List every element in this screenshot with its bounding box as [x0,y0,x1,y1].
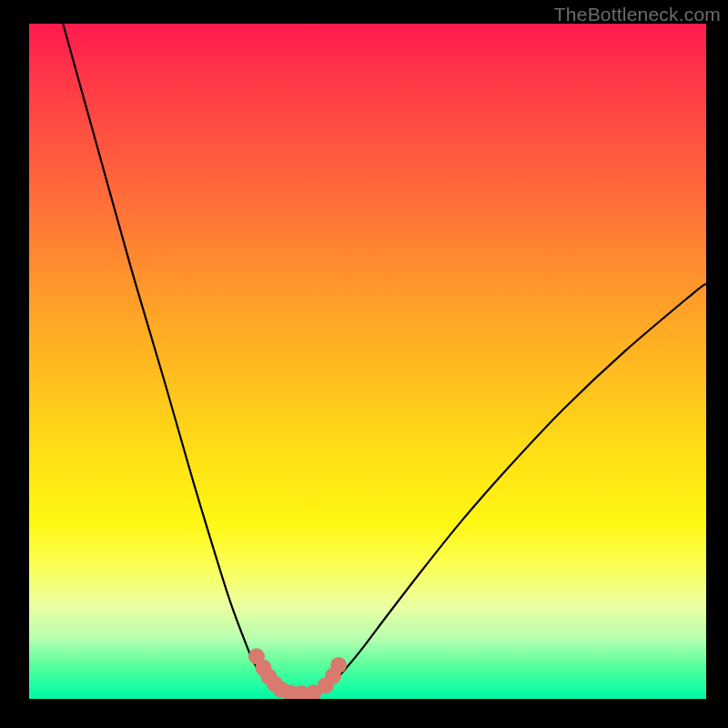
curve-left [63,24,273,690]
chart-svg [29,24,706,699]
watermark-text: TheBottleneck.com [554,4,721,25]
trough-dot [330,657,347,673]
trough-dots-left [248,648,309,699]
chart-frame: TheBottleneck.com [0,0,728,728]
trough-dots-right [305,657,347,699]
plot-area [29,24,706,699]
curve-right [327,284,706,690]
